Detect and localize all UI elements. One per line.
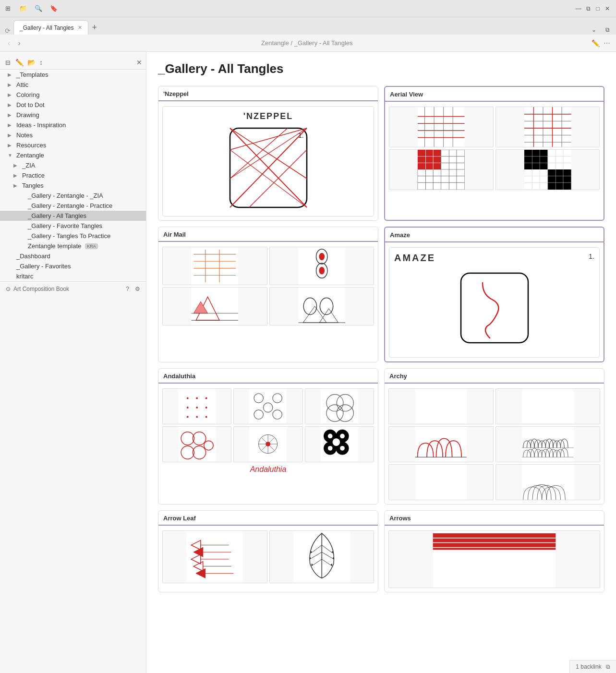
archy-img-6 bbox=[495, 464, 601, 500]
nav-forward-button[interactable]: › bbox=[16, 38, 22, 48]
sidebar-item-label: _Gallery - Zentangle - Practice bbox=[28, 202, 112, 209]
sidebar-item-zia[interactable]: ▶ _ZIA bbox=[0, 160, 146, 170]
arrows-img bbox=[388, 530, 600, 588]
gallery-card-title: Amaze bbox=[385, 228, 604, 242]
tab-list-icon[interactable]: ⌄ bbox=[589, 25, 599, 35]
sidebar-item-gallery-zia[interactable]: ▶ _Gallery - Zentangle - _ZIA bbox=[0, 191, 146, 201]
nav-bar: ‹ › Zentangle / _Gallery - All Tangles ✏… bbox=[0, 35, 616, 52]
notebook-name: ⊙ bbox=[6, 286, 11, 292]
new-tab-button[interactable]: + bbox=[88, 20, 101, 35]
sidebar-item-label: Zentangle bbox=[16, 152, 44, 159]
archy-img-2 bbox=[495, 388, 601, 424]
svg-rect-141 bbox=[415, 465, 467, 500]
close-sidebar-button[interactable]: ✕ bbox=[136, 59, 142, 66]
sidebar-item-label: _Gallery - Favorite Tangles bbox=[28, 222, 102, 229]
chevron-right-icon: ▶ bbox=[8, 132, 14, 138]
chevron-right-icon: ▶ bbox=[8, 143, 14, 148]
sidebar-item-label: Attic bbox=[16, 81, 28, 88]
new-note-button[interactable]: ✏️ bbox=[15, 59, 24, 66]
sidebar-item-gallery-all-tangles[interactable]: ▶ _Gallery - All Tangles bbox=[0, 211, 146, 221]
svg-point-131 bbox=[340, 434, 345, 439]
svg-point-93 bbox=[205, 397, 207, 399]
search-icon[interactable]: 🔍 bbox=[35, 5, 42, 12]
sidebar-item-gallery-practice[interactable]: ▶ _Gallery - Zentangle - Practice bbox=[0, 201, 146, 211]
help-icon[interactable]: ? bbox=[126, 286, 129, 292]
sidebar-item-label: _Dashboard bbox=[16, 252, 50, 260]
gallery-card-body bbox=[385, 105, 604, 194]
close-button[interactable]: ✕ bbox=[603, 4, 612, 13]
tab-close-icon[interactable]: ✕ bbox=[78, 24, 82, 31]
sidebar-item-zentangle-template[interactable]: ▶ Zentangle template KRA bbox=[0, 241, 146, 251]
split-view-icon[interactable]: ⧉ bbox=[603, 25, 612, 35]
gallery-card-nzeppel[interactable]: 'Nzeppel 'NZEPPEL bbox=[158, 86, 378, 221]
sidebar-item-coloring[interactable]: ▶ Coloring bbox=[0, 90, 146, 100]
sidebar-item-dot-to-dot[interactable]: ▶ Dot to Dot bbox=[0, 100, 146, 110]
sidebar-item-label: kritarc bbox=[16, 273, 33, 280]
sidebar-item-attic[interactable]: ▶ Attic bbox=[0, 80, 146, 90]
nav-back-button[interactable]: ‹ bbox=[6, 38, 12, 48]
sidebar-item-drawing[interactable]: ▶ Drawing bbox=[0, 110, 146, 120]
new-folder-button[interactable]: 📂 bbox=[27, 59, 36, 66]
gallery-card-title: 'Nzeppel bbox=[158, 86, 378, 101]
edit-button[interactable]: ✏️ bbox=[592, 39, 600, 47]
backlink-icon[interactable]: ⧉ bbox=[606, 663, 610, 670]
sidebar-toggle-icon[interactable]: ⊟ bbox=[4, 59, 12, 66]
sidebar-item-templates[interactable]: ▶ _Templates bbox=[0, 70, 146, 80]
sidebar-item-zentangle[interactable]: ▼ Zentangle bbox=[0, 150, 146, 160]
tile-button[interactable]: ⧉ bbox=[583, 4, 593, 13]
gallery-card-body bbox=[158, 245, 378, 329]
back-history-icon[interactable]: ⟳ bbox=[4, 27, 12, 35]
sidebar-item-label: _ZIA bbox=[22, 162, 35, 169]
gallery-card-body: 'NZEPPEL bbox=[158, 104, 378, 220]
gallery-card-archy[interactable]: Archy bbox=[384, 368, 604, 505]
sidebar-item-practice[interactable]: ▶ Practice bbox=[0, 170, 146, 180]
settings-icon[interactable]: ⚙ bbox=[135, 286, 140, 292]
svg-rect-36 bbox=[418, 169, 441, 190]
backlink-bar: 1 backlink ⧉ bbox=[569, 660, 616, 673]
sidebar-item-label: Tangles bbox=[22, 182, 44, 189]
tab-bar: ⟳ _Gallery - All Tangles ✕ + ⌄ ⧉ bbox=[0, 17, 616, 35]
page-title: _Gallery - All Tangles bbox=[158, 61, 604, 76]
chevron-right-icon: ▶ bbox=[8, 102, 14, 108]
chevron-right-icon: ▶ bbox=[8, 82, 14, 87]
andaluthia-img-4 bbox=[162, 426, 231, 462]
sidebar-item-notes[interactable]: ▶ Notes bbox=[0, 130, 146, 140]
gallery-card-andaluthia[interactable]: Andaluthia bbox=[158, 368, 378, 505]
folder-icon[interactable]: 📁 bbox=[19, 5, 27, 12]
sort-button[interactable]: ↕ bbox=[39, 59, 43, 66]
andaluthia-img-5 bbox=[233, 426, 302, 462]
svg-point-129 bbox=[332, 438, 340, 446]
gallery-card-aerial-view[interactable]: Aerial View bbox=[384, 86, 604, 221]
svg-rect-142 bbox=[522, 465, 573, 500]
chevron-right-icon: ▶ bbox=[13, 183, 20, 188]
svg-point-97 bbox=[187, 416, 189, 418]
sidebar-item-resources[interactable]: ▶ Resources bbox=[0, 140, 146, 150]
sidebar-item-kritarc[interactable]: ▶ kritarc bbox=[0, 271, 146, 281]
svg-point-92 bbox=[196, 397, 198, 399]
airmail-img-3 bbox=[162, 287, 267, 325]
tab-gallery-all-tangles[interactable]: _Gallery - All Tangles ✕ bbox=[13, 20, 88, 35]
gallery-card-body: Andaluthia bbox=[158, 386, 378, 478]
svg-point-123 bbox=[266, 442, 271, 446]
svg-rect-100 bbox=[250, 389, 287, 424]
grid-icon[interactable]: ⊞ bbox=[4, 5, 12, 12]
sidebar-item-gallery-favorites[interactable]: ▶ _Gallery - Favorites bbox=[0, 261, 146, 271]
sidebar-item-tangles[interactable]: ▶ Tangles bbox=[0, 180, 146, 191]
gallery-card-arrows[interactable]: Arrows bbox=[384, 510, 604, 592]
sidebar-item-dashboard[interactable]: ▶ _Dashboard bbox=[0, 251, 146, 261]
svg-rect-143 bbox=[186, 531, 243, 583]
sidebar-item-ideas[interactable]: ▶ Ideas - Inspiration bbox=[0, 120, 146, 130]
gallery-card-airmail[interactable]: Air Mail bbox=[158, 227, 378, 362]
svg-rect-34 bbox=[418, 150, 441, 169]
more-options-button[interactable]: ⋯ bbox=[604, 39, 610, 47]
gallery-card-amaze[interactable]: Amaze AMAZE 1. bbox=[384, 227, 604, 362]
backlink-count: 1 backlink bbox=[576, 663, 601, 670]
svg-rect-66 bbox=[192, 247, 239, 285]
maximize-button[interactable]: □ bbox=[593, 4, 603, 13]
chevron-right-icon: ▶ bbox=[8, 112, 14, 118]
gallery-card-arrow-leaf[interactable]: Arrow Leaf bbox=[158, 510, 378, 592]
minimize-button[interactable]: — bbox=[574, 4, 583, 13]
sidebar-item-gallery-favorite[interactable]: ▶ _Gallery - Favorite Tangles bbox=[0, 221, 146, 231]
bookmark-icon[interactable]: 🔖 bbox=[50, 5, 58, 12]
sidebar-item-gallery-tangles-practice[interactable]: ▶ _Gallery - Tangles To Practice bbox=[0, 231, 146, 241]
